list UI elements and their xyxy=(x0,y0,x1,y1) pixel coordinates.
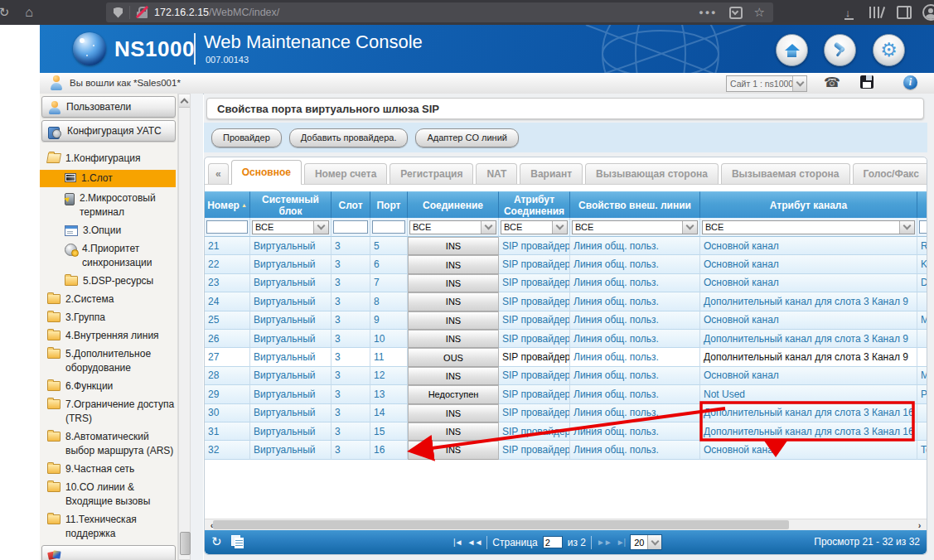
filter-select-arrow[interactable] xyxy=(899,221,914,234)
filter-input[interactable] xyxy=(919,220,927,234)
tree-item[interactable]: 9.Частная сеть xyxy=(40,462,176,476)
sidebar-toggle-icon[interactable] xyxy=(895,0,913,25)
port-status-button[interactable]: INS xyxy=(408,404,499,422)
tab-item[interactable]: Регистрация xyxy=(390,163,473,184)
filter-input[interactable] xyxy=(372,220,405,234)
tab-item[interactable]: « xyxy=(208,163,229,184)
site-select-arrow[interactable] xyxy=(792,76,806,91)
maintenance-button[interactable] xyxy=(824,34,856,66)
bookmark-star-icon[interactable]: ☆ xyxy=(754,5,765,20)
url-bar[interactable]: 172.16.2.15/WebMC/index/ ●●● ☆ xyxy=(106,2,773,22)
first-page-icon[interactable]: |◄ xyxy=(453,538,462,547)
filter-select[interactable]: ВСЕ xyxy=(702,220,915,234)
port-status-button[interactable]: INS xyxy=(408,292,499,311)
info-icon[interactable] xyxy=(903,75,917,89)
tree-item[interactable]: 11.Техническая поддержка xyxy=(40,513,176,541)
column-header[interactable]: Соединение xyxy=(408,191,499,218)
tab-item[interactable]: Номер счета xyxy=(304,163,387,184)
last-page-icon[interactable]: ►| xyxy=(617,538,626,547)
tab-item[interactable]: Голос/Факс xyxy=(853,163,927,184)
port-status-button[interactable]: INS xyxy=(408,237,499,255)
tree-item[interactable]: 4.Приоритет синхронизации xyxy=(40,242,176,270)
reload-icon[interactable]: ↻ xyxy=(0,0,13,25)
column-header[interactable]: Номер▲ xyxy=(205,191,250,218)
account-icon[interactable] xyxy=(922,0,934,25)
filter-input[interactable] xyxy=(206,220,248,234)
page-actions-icon[interactable]: ●●● xyxy=(699,8,717,17)
tab-item[interactable]: NAT xyxy=(476,163,517,184)
filter-select[interactable]: ВСЕ xyxy=(501,220,568,234)
column-header[interactable]: Слот xyxy=(331,191,370,218)
downloads-icon[interactable]: ↓ xyxy=(839,0,857,25)
tree-item[interactable]: 3.Опции xyxy=(40,224,176,238)
tree-item[interactable]: 2.Микросотовый терминал xyxy=(40,191,176,220)
next-page-icon[interactable]: ►► xyxy=(597,538,612,547)
tab-item[interactable]: Вызываемая сторона xyxy=(721,163,850,184)
scrollbar-up-arrow[interactable] xyxy=(179,94,190,108)
filter-select-arrow[interactable] xyxy=(313,221,328,234)
refresh-icon[interactable]: ↻ xyxy=(211,534,222,549)
tree-item[interactable]: 2.Система xyxy=(40,292,176,307)
co-line-adapter-button[interactable]: Адаптер CO линий xyxy=(415,128,519,147)
tree-item[interactable]: 5.DSP-ресурсы xyxy=(40,274,176,288)
page-number-input[interactable] xyxy=(543,536,563,548)
copy-icon[interactable] xyxy=(231,535,243,548)
phone-tool-icon[interactable]: ☎ xyxy=(824,75,840,90)
scroll-right-arrow[interactable]: › xyxy=(914,519,925,530)
horizontal-scrollbar[interactable]: ‹ › xyxy=(205,519,927,530)
column-header[interactable]: Системный блок xyxy=(250,191,331,218)
port-status-button[interactable]: INS xyxy=(408,274,499,292)
hscroll-thumb[interactable] xyxy=(213,520,789,529)
page-size-select[interactable]: 20 xyxy=(630,534,662,550)
port-status-button[interactable]: INS xyxy=(408,422,499,441)
tree-item[interactable]: 5.Дополнительное оборудование xyxy=(40,347,176,375)
settings-button[interactable]: ⚙ xyxy=(873,34,905,66)
browser-home-icon[interactable]: ⌂ xyxy=(20,0,38,25)
port-status-button[interactable]: INS xyxy=(408,367,499,385)
library-icon[interactable] xyxy=(867,0,885,25)
column-header[interactable]: Атрибут канала xyxy=(700,191,917,218)
filter-select-arrow[interactable] xyxy=(682,221,697,234)
tree-item[interactable]: 4.Внутренняя линия xyxy=(40,329,176,343)
port-status-button[interactable]: Недоступен xyxy=(408,385,499,403)
tab-item[interactable]: Вариант xyxy=(520,163,583,184)
port-status-button[interactable]: INS xyxy=(408,330,499,348)
tree-item-selected[interactable]: 1.Слот xyxy=(40,170,176,187)
pocket-icon[interactable] xyxy=(729,7,743,19)
scrollbar-thumb[interactable] xyxy=(180,532,191,555)
filter-select[interactable]: ВСЕ xyxy=(572,220,698,234)
column-header[interactable] xyxy=(917,191,927,218)
tree-item[interactable]: 10.CO линии & Входящие вызовы xyxy=(40,480,176,509)
filter-select-arrow[interactable] xyxy=(552,221,567,234)
port-status-button[interactable]: INS xyxy=(408,255,499,273)
port-status-button[interactable]: INS xyxy=(408,441,499,459)
tracking-shield-icon[interactable] xyxy=(114,7,123,18)
sidebar-section-maintenance-partial[interactable] xyxy=(41,545,176,560)
sidebar-section-users[interactable]: Пользователи xyxy=(41,96,176,118)
port-status-button[interactable]: OUS xyxy=(408,348,499,366)
filter-select-arrow[interactable] xyxy=(481,221,496,234)
port-status-button[interactable]: INS xyxy=(408,311,499,330)
prev-page-icon[interactable]: ◄◄ xyxy=(467,538,482,547)
filter-select[interactable]: ВСЕ xyxy=(252,220,329,234)
tree-item[interactable]: 1.Конфигурация xyxy=(40,152,176,166)
tab-item[interactable]: Вызывающая сторона xyxy=(585,163,719,184)
sidebar-scrollbar[interactable] xyxy=(178,94,191,560)
provider-button[interactable]: Провайдер xyxy=(211,128,282,147)
page-size-arrow[interactable] xyxy=(647,535,661,549)
add-provider-button[interactable]: Добавить провайдера. xyxy=(289,128,409,147)
save-icon[interactable] xyxy=(860,75,874,89)
tree-item[interactable]: 7.Ограничение доступа (TRS) xyxy=(40,398,176,426)
column-header[interactable]: Порт xyxy=(370,191,408,218)
tree-item[interactable]: 8.Автоматический выбор маршрута (ARS) xyxy=(40,430,176,458)
tree-item[interactable]: 6.Функции xyxy=(40,379,176,393)
insecure-lock-icon[interactable] xyxy=(137,7,148,18)
filter-input[interactable] xyxy=(333,220,368,234)
sidebar-section-pbx-configuration[interactable]: Конфигурация УАТС xyxy=(41,120,176,142)
filter-select[interactable]: ВСЕ xyxy=(409,220,496,234)
tab-active[interactable]: Основное xyxy=(231,160,302,184)
home-button[interactable] xyxy=(776,34,808,66)
site-select[interactable]: Сайт 1 : ns1000. xyxy=(726,75,807,92)
column-header[interactable]: Атрибут Соединения xyxy=(499,191,570,218)
column-header[interactable]: Свойство внеш. линии xyxy=(570,191,700,218)
